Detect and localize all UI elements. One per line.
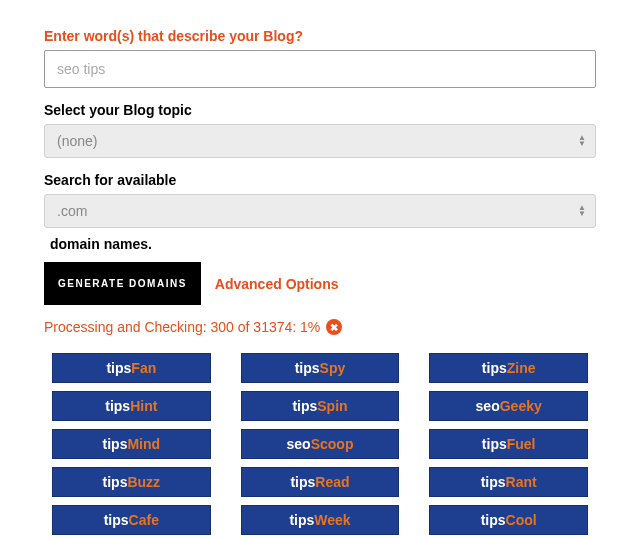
domain-suffix: Week bbox=[314, 512, 350, 528]
domain-tile[interactable]: seoScoop bbox=[241, 429, 400, 459]
domain-prefix: tips bbox=[482, 360, 507, 376]
domain-suffix: Fan bbox=[131, 360, 156, 376]
domain-suffix: Cafe bbox=[129, 512, 159, 528]
domain-prefix: tips bbox=[292, 398, 317, 414]
domain-tile[interactable]: tipsRant bbox=[429, 467, 588, 497]
domain-suffix: Spin bbox=[317, 398, 347, 414]
domain-suffix: Read bbox=[315, 474, 349, 490]
status-text: Processing and Checking: 300 of 31374: 1… bbox=[44, 319, 320, 335]
domain-tile[interactable]: tipsCafe bbox=[52, 505, 211, 535]
results-grid: tipsFantipsSpytipsZinetipsHinttipsSpinse… bbox=[44, 353, 596, 539]
domain-tile[interactable]: tipsRead bbox=[241, 467, 400, 497]
domain-tile[interactable]: tipsMind bbox=[52, 429, 211, 459]
domain-tile[interactable]: tipsFuel bbox=[429, 429, 588, 459]
domain-prefix: tips bbox=[481, 512, 506, 528]
topic-select[interactable]: (none) bbox=[44, 124, 596, 158]
tld-suffix-label: domain names. bbox=[50, 236, 596, 252]
domain-prefix: tips bbox=[481, 474, 506, 490]
keywords-input[interactable] bbox=[44, 50, 596, 88]
tld-label: Search for available bbox=[44, 172, 596, 188]
domain-tile[interactable]: tipsSpin bbox=[241, 391, 400, 421]
domain-suffix: Mind bbox=[127, 436, 160, 452]
domain-prefix: tips bbox=[103, 436, 128, 452]
domain-tile[interactable]: tipsHint bbox=[52, 391, 211, 421]
domain-prefix: seo bbox=[287, 436, 311, 452]
domain-suffix: Scoop bbox=[311, 436, 354, 452]
domain-prefix: tips bbox=[482, 436, 507, 452]
domain-tile[interactable]: tipsSpy bbox=[241, 353, 400, 383]
domain-prefix: tips bbox=[106, 360, 131, 376]
generate-button[interactable]: GENERATE DOMAINS bbox=[44, 262, 201, 305]
domain-tile[interactable]: tipsWeek bbox=[241, 505, 400, 535]
domain-tile[interactable]: tipsZine bbox=[429, 353, 588, 383]
domain-prefix: tips bbox=[289, 512, 314, 528]
prompt-label: Enter word(s) that describe your Blog? bbox=[44, 28, 596, 44]
domain-prefix: tips bbox=[103, 474, 128, 490]
domain-suffix: Geeky bbox=[500, 398, 542, 414]
domain-suffix: Cool bbox=[506, 512, 537, 528]
close-icon[interactable]: ✖ bbox=[326, 319, 342, 335]
tld-select[interactable]: .com bbox=[44, 194, 596, 228]
advanced-options-link[interactable]: Advanced Options bbox=[215, 276, 339, 292]
domain-prefix: seo bbox=[476, 398, 500, 414]
domain-suffix: Spy bbox=[320, 360, 346, 376]
domain-prefix: tips bbox=[104, 512, 129, 528]
domain-prefix: tips bbox=[295, 360, 320, 376]
domain-tile[interactable]: tipsBuzz bbox=[52, 467, 211, 497]
domain-prefix: tips bbox=[290, 474, 315, 490]
domain-suffix: Buzz bbox=[127, 474, 160, 490]
domain-suffix: Fuel bbox=[507, 436, 536, 452]
topic-label: Select your Blog topic bbox=[44, 102, 596, 118]
domain-suffix: Zine bbox=[507, 360, 536, 376]
domain-suffix: Rant bbox=[506, 474, 537, 490]
domain-tile[interactable]: seoGeeky bbox=[429, 391, 588, 421]
domain-prefix: tips bbox=[105, 398, 130, 414]
domain-tile[interactable]: tipsCool bbox=[429, 505, 588, 535]
domain-suffix: Hint bbox=[130, 398, 157, 414]
domain-tile[interactable]: tipsFan bbox=[52, 353, 211, 383]
